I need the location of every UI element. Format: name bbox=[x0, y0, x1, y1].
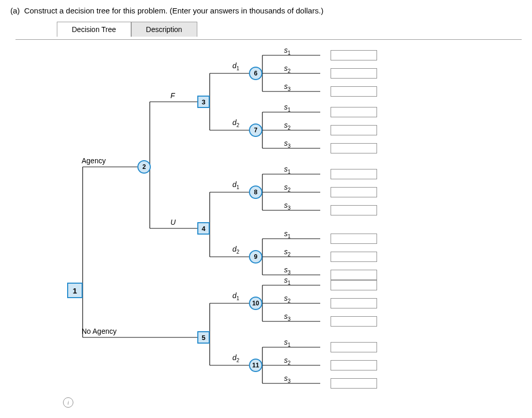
payoff-input-11-s3[interactable] bbox=[331, 378, 377, 389]
label-d2-a: d2 bbox=[232, 118, 239, 128]
s-label: s3 bbox=[284, 82, 291, 92]
payoff-input-7-s1[interactable] bbox=[331, 107, 377, 117]
s-label: s2 bbox=[284, 64, 291, 74]
s-label: s1 bbox=[284, 229, 291, 239]
payoff-input-11-s2[interactable] bbox=[331, 360, 377, 370]
s-label: s2 bbox=[284, 183, 291, 193]
decision-node-4: 4 bbox=[197, 222, 210, 235]
s-label: s3 bbox=[284, 139, 291, 149]
decision-node-5: 5 bbox=[197, 331, 210, 344]
s-label: s3 bbox=[284, 201, 291, 211]
label-F: F bbox=[170, 91, 175, 100]
s-label: s3 bbox=[284, 266, 291, 275]
payoff-input-9-s1[interactable] bbox=[331, 234, 377, 244]
decision-node-3: 3 bbox=[197, 96, 210, 108]
label-U: U bbox=[170, 218, 176, 226]
chance-node-6: 6 bbox=[249, 67, 262, 80]
payoff-input-9-s2[interactable] bbox=[331, 252, 377, 262]
label-no-agency: No Agency bbox=[82, 327, 117, 335]
chance-node-9: 9 bbox=[249, 250, 262, 264]
diagram-frame: 1 2 3 4 5 6 7 8 9 10 11 Agency No Agency… bbox=[15, 39, 522, 396]
s-label: s2 bbox=[284, 121, 291, 131]
decision-node-1: 1 bbox=[67, 283, 83, 298]
chance-node-7: 7 bbox=[249, 123, 262, 137]
payoff-input-8-s3[interactable] bbox=[331, 205, 377, 215]
payoff-input-8-s2[interactable] bbox=[331, 187, 377, 197]
s-label: s3 bbox=[284, 374, 291, 384]
s-label: s3 bbox=[284, 312, 291, 322]
s-label: s1 bbox=[284, 338, 291, 348]
label-d1-a: d1 bbox=[232, 61, 239, 71]
payoff-input-10-s3[interactable] bbox=[331, 316, 377, 327]
payoff-input-7-s2[interactable] bbox=[331, 125, 377, 135]
payoff-input-7-s3[interactable] bbox=[331, 143, 377, 153]
tab-description[interactable]: Description bbox=[131, 22, 197, 37]
label-d1-b: d1 bbox=[232, 180, 239, 190]
payoff-input-10-s1[interactable] bbox=[331, 280, 377, 290]
chance-node-8: 8 bbox=[249, 185, 262, 199]
payoff-input-9-s3[interactable] bbox=[331, 270, 377, 280]
chance-node-10: 10 bbox=[249, 297, 262, 310]
label-d1-c: d1 bbox=[232, 291, 239, 301]
payoff-input-10-s2[interactable] bbox=[331, 298, 377, 308]
payoff-input-6-s1[interactable] bbox=[331, 50, 377, 60]
s-label: s1 bbox=[284, 165, 291, 175]
payoff-input-6-s2[interactable] bbox=[331, 68, 377, 79]
chance-node-11: 11 bbox=[249, 359, 262, 372]
prompt-text: Construct a decision tree for this probl… bbox=[24, 6, 323, 15]
s-label: s2 bbox=[284, 294, 291, 304]
payoff-input-8-s1[interactable] bbox=[331, 169, 377, 179]
chance-node-2: 2 bbox=[137, 160, 151, 174]
part-letter: a bbox=[13, 6, 17, 15]
payoff-input-11-s1[interactable] bbox=[331, 342, 377, 352]
s-label: s1 bbox=[284, 46, 291, 56]
s-label: s2 bbox=[284, 247, 291, 257]
s-label: s1 bbox=[284, 103, 291, 113]
s-label: s2 bbox=[284, 356, 291, 366]
s-label: s1 bbox=[284, 276, 291, 286]
label-d2-c: d2 bbox=[232, 353, 239, 363]
tab-decision-tree[interactable]: Decision Tree bbox=[57, 22, 131, 37]
label-agency: Agency bbox=[82, 157, 106, 165]
info-icon[interactable]: i bbox=[63, 397, 73, 408]
label-d2-b: d2 bbox=[232, 245, 239, 255]
payoff-input-6-s3[interactable] bbox=[331, 86, 377, 97]
